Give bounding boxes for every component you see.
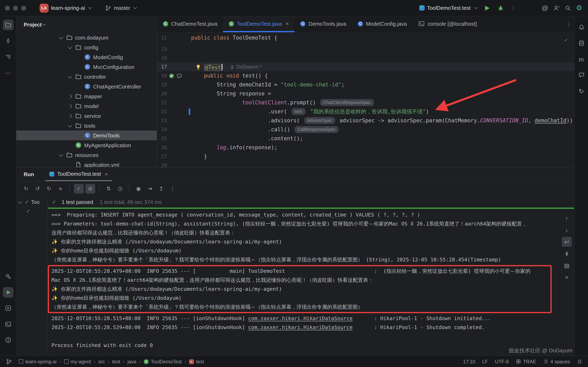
code-line-24[interactable]: 24 .call() CallResponseSpec [157, 125, 574, 134]
tree-item-chatagentcontroller[interactable]: CChatAgentController [16, 82, 157, 91]
search-everywhere-icon[interactable] [565, 5, 571, 11]
tree-item-config[interactable]: config [16, 42, 157, 52]
code-with-me-icon[interactable] [553, 5, 560, 11]
tree-item-myagentapplication[interactable]: SMyAgentApplication [16, 140, 157, 150]
code-line-20[interactable]: 20 String response = [157, 89, 574, 98]
scroll-up-button[interactable]: ↑ [562, 213, 572, 223]
tree-item-mapper[interactable]: mapper [16, 91, 157, 101]
project-panel-header[interactable]: Project [16, 16, 157, 33]
readonly-toggle[interactable] [577, 359, 582, 364]
build-tool-button[interactable] [3, 271, 13, 282]
run-context-icon[interactable] [176, 73, 182, 79]
breadcrumb-tooldemotest[interactable]: CToolDemoTest [144, 359, 182, 364]
caret-position[interactable]: 17:10 [463, 359, 475, 364]
more-run-actions-button[interactable]: ⋮ [508, 3, 519, 13]
run-button[interactable] [482, 3, 493, 13]
structure-tool-button[interactable] [3, 51, 13, 62]
breadcrumb-test[interactable]: test [112, 359, 120, 364]
scroll-to-end-button[interactable]: ⇟ [562, 249, 572, 259]
problems-tool-button[interactable] [3, 335, 13, 345]
chevron-down-icon[interactable] [68, 74, 72, 78]
commit-tool-button[interactable] [3, 35, 13, 46]
branch-selector[interactable]: master [102, 3, 139, 13]
code-line-23[interactable]: 23 .advisors( AdvisorSpec advisorSpec ->… [157, 116, 574, 125]
editor-tab-tooldemotest-java[interactable]: CToolDemoTest.java× [223, 16, 295, 32]
tree-item-tools[interactable]: tools [16, 121, 157, 131]
editor-tab-console-localhost[interactable]: console [@localhost] [413, 16, 483, 32]
soft-wrap-button[interactable]: ↩ [562, 237, 572, 247]
code-line-25[interactable]: 25 .content(); [157, 134, 574, 143]
code-line-18[interactable]: 18 public void test() { [157, 71, 574, 80]
chevron-down-icon[interactable] [68, 45, 72, 49]
editor-tab-chatdemotest-java[interactable]: CChatDemoTest.java [157, 16, 223, 32]
show-passed-button[interactable]: ✓ [74, 184, 84, 193]
run-tab[interactable]: ToolDemoTest.test × [45, 167, 112, 181]
more-options-button[interactable]: ⋮ [168, 184, 178, 193]
screenshot-button[interactable]: ◉ [134, 184, 143, 193]
console-link[interactable]: com.zaxxer.hikari.HikariDataSource [248, 315, 353, 321]
breadcrumb-src[interactable]: src [98, 359, 105, 364]
breadcrumb-my-agent[interactable]: my-agent [64, 359, 91, 364]
tree-item-resources[interactable]: resources [16, 150, 157, 160]
services-tool-button[interactable] [3, 303, 13, 314]
code-line-22[interactable]: 22 .user( text: "我的系统信息是啥样的，告诉我,告诉我强不强") [157, 107, 574, 116]
run-tool-button[interactable] [3, 287, 13, 298]
rerun-tests-button[interactable]: ↻ [21, 184, 31, 193]
tree-item-demotools[interactable]: CDemoTools [16, 131, 157, 140]
minimize-window-button[interactable] [13, 6, 18, 10]
line-ending[interactable]: LF [482, 359, 488, 364]
chevron-down-icon[interactable] [18, 200, 22, 203]
tree-item-controller[interactable]: controller [16, 72, 157, 82]
console-link[interactable]: com.zaxxer.hikari.HikariDataSource [248, 324, 353, 330]
code-line-11[interactable]: 11public class ToolDemoTest { [157, 33, 574, 42]
close-run-tab-button[interactable]: × [104, 171, 108, 177]
run-console[interactable]: ==> Preparing: INSERT INTO agent_message… [48, 209, 574, 356]
code-editor[interactable]: 11public class ToolDemoTest {151617@Test… [157, 33, 574, 167]
import-tests-button[interactable]: ⇥ [145, 184, 155, 193]
notifications-button[interactable] [576, 22, 587, 33]
test-tree-row[interactable]: ✓ [16, 206, 47, 215]
database-tool-button[interactable] [576, 38, 587, 49]
tree-item-com-dodayum[interactable]: com.dodayum [16, 33, 157, 42]
code-line-21[interactable]: 21 toolChatClient.prompt() ChatClientReq… [157, 98, 574, 107]
chevron-right-icon[interactable] [68, 104, 72, 108]
chevron-down-icon[interactable] [68, 123, 72, 127]
chevron-down-icon[interactable] [59, 152, 63, 157]
chevron-right-icon[interactable] [68, 94, 72, 98]
version-control-icon[interactable] [6, 358, 12, 365]
export-results-button[interactable]: ↥ [156, 184, 166, 193]
sort-by-duration-button[interactable]: ◷ [115, 184, 125, 193]
rerun-failed-tests-button[interactable]: ↺ [33, 184, 43, 193]
tree-item-mvcconfiguration[interactable]: CMvcConfiguration [16, 62, 157, 72]
chevron-down-icon[interactable] [59, 35, 63, 39]
trae-widget[interactable]: TRAE [516, 359, 536, 364]
stop-button[interactable]: ■ [56, 184, 65, 193]
breadcrumb-learn-spring-ai[interactable]: learn-spring-ai [19, 359, 57, 364]
code-line-28[interactable]: 28 [157, 161, 574, 167]
tree-item-model[interactable]: model [16, 101, 157, 111]
scroll-down-button[interactable]: ↓ [562, 225, 572, 235]
comments-tool-button[interactable] [576, 70, 587, 80]
tree-item-application-yml[interactable]: application.yml [16, 160, 157, 167]
breadcrumb-test[interactable]: ▸test [189, 359, 204, 364]
editor-tab-demotools-java[interactable]: CDemoTools.java [295, 16, 352, 32]
show-ignored-button[interactable]: ⊘ [85, 184, 95, 193]
tree-item-service[interactable]: service [16, 111, 157, 121]
close-tab-icon[interactable]: × [286, 20, 289, 27]
print-button[interactable]: ▤ [562, 261, 572, 270]
test-passed-gutter-icon[interactable] [169, 73, 174, 79]
code-line-17[interactable]: 17@TestDoDayum * [157, 62, 574, 71]
inspections-ok-icon[interactable]: ✓ [564, 37, 568, 43]
file-encoding[interactable]: UTF-8 [495, 359, 509, 364]
close-window-button[interactable] [5, 6, 10, 10]
code-line-15[interactable]: 15 [157, 44, 574, 53]
chevron-right-icon[interactable] [68, 114, 72, 118]
more-tool-windows-button[interactable]: ⋯ [3, 67, 13, 78]
terminal-tool-button[interactable] [3, 319, 13, 329]
code-line-19[interactable]: 19 String demoChatId = "tool-demo-chat-i… [157, 80, 574, 89]
editor-tab-modelconfig-java[interactable]: CModelConfig.java [352, 16, 413, 32]
settings-gear-icon[interactable]: ⚙ [576, 4, 582, 11]
code-line-27[interactable]: 27 } [157, 152, 574, 161]
project-tool-button[interactable] [3, 20, 13, 30]
toggle-auto-test-button[interactable]: ↻ [44, 184, 54, 193]
